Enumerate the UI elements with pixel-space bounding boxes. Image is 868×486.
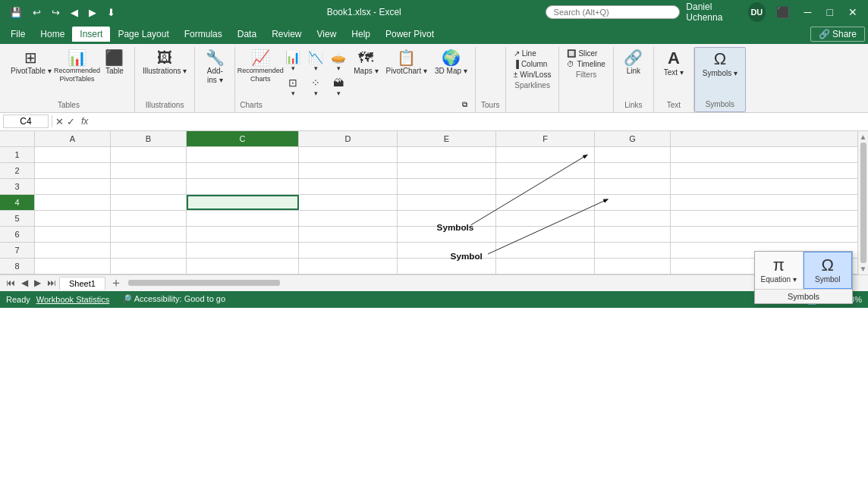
recommended-charts-button[interactable]: 📈 Recommended Charts	[240, 49, 281, 85]
cell-b2[interactable]	[111, 163, 187, 178]
cell-a5[interactable]	[35, 211, 111, 226]
cell-b5[interactable]	[111, 211, 187, 226]
cell-g1[interactable]	[595, 147, 671, 162]
formula-cancel-btn[interactable]: ✕	[55, 116, 64, 127]
text-button[interactable]: A Text ▾	[659, 49, 689, 79]
recommended-pivot-button[interactable]: 📊 Recommended PivotTables	[56, 49, 98, 85]
pivot-table-button[interactable]: ⊞ PivotTable ▾	[8, 49, 55, 77]
prev-qat-btn[interactable]: ◀	[67, 5, 82, 20]
share-button[interactable]: 🔗 Share	[810, 27, 865, 42]
scroll-thumb[interactable]	[860, 143, 866, 263]
col-header-f[interactable]: F	[496, 131, 595, 146]
cell-f3[interactable]	[496, 179, 595, 194]
cell-b8[interactable]	[111, 259, 187, 274]
cell-c5[interactable]	[187, 211, 299, 226]
sparkline-column-button[interactable]: ▐ Column	[511, 59, 555, 69]
redo-qat-btn[interactable]: ↪	[48, 5, 64, 20]
menu-formulas[interactable]: Formulas	[177, 27, 230, 42]
cell-f6[interactable]	[496, 227, 595, 242]
minimize-btn[interactable]: ─	[800, 5, 816, 20]
sheet-nav-first[interactable]: ⏮	[3, 277, 18, 288]
vertical-scrollbar[interactable]: ▲ ▼	[857, 131, 868, 274]
3d-map-button[interactable]: 🌍 3D Map ▾	[432, 49, 470, 77]
cell-d6[interactable]	[299, 227, 398, 242]
pivot-chart-button[interactable]: 📋 PivotChart ▾	[383, 49, 430, 77]
menu-insert[interactable]: Insert	[72, 27, 110, 42]
symbols-button[interactable]: Ω Symbols ▾	[700, 49, 741, 80]
cell-b3[interactable]	[111, 179, 187, 194]
maximize-btn[interactable]: □	[822, 5, 838, 20]
cell-d1[interactable]	[299, 147, 398, 162]
menu-help[interactable]: Help	[344, 27, 378, 42]
cell-e5[interactable]	[398, 211, 496, 226]
menu-review[interactable]: Review	[264, 27, 309, 42]
cell-b4[interactable]	[111, 195, 187, 210]
maps-button[interactable]: 🗺 Maps ▾	[351, 49, 381, 77]
h-scroll-thumb[interactable]	[128, 280, 280, 286]
cell-d2[interactable]	[299, 163, 398, 178]
row-num-8[interactable]: 8	[0, 259, 35, 274]
cell-e4[interactable]	[398, 195, 496, 210]
cell-g7[interactable]	[595, 243, 671, 258]
cell-f7[interactable]	[496, 243, 595, 258]
timeline-button[interactable]: ⏱ Timeline	[564, 59, 608, 69]
col-header-b[interactable]: B	[111, 131, 187, 146]
corner-cell[interactable]	[0, 131, 35, 146]
cell-e2[interactable]	[398, 163, 496, 178]
cell-d5[interactable]	[299, 211, 398, 226]
scatter-button[interactable]: ⁘ ▾	[305, 75, 326, 99]
cell-c8[interactable]	[187, 259, 299, 274]
row-num-7[interactable]: 7	[0, 243, 35, 258]
search-input[interactable]	[546, 5, 681, 19]
sheet-nav-prev[interactable]: ◀	[18, 277, 31, 288]
cell-f1[interactable]	[496, 147, 595, 162]
cell-e6[interactable]	[398, 227, 496, 242]
col-header-d[interactable]: D	[299, 131, 398, 146]
sheet-tab-sheet1[interactable]: Sheet1	[59, 277, 105, 290]
cell-e8[interactable]	[398, 259, 496, 274]
cell-a7[interactable]	[35, 243, 111, 258]
add-ins-button[interactable]: 🔧 Add-ins ▾	[200, 49, 230, 86]
cell-g8[interactable]	[595, 259, 671, 274]
col-header-g[interactable]: G	[595, 131, 671, 146]
close-btn[interactable]: ✕	[844, 5, 862, 20]
col-header-c[interactable]: C	[187, 131, 299, 146]
menu-view[interactable]: View	[310, 27, 344, 42]
menu-power-pivot[interactable]: Power Pivot	[378, 27, 442, 42]
sparkline-line-button[interactable]: ↗ Line	[511, 49, 555, 58]
undo-qat-btn[interactable]: ↩	[29, 5, 45, 20]
formula-confirm-btn[interactable]: ✓	[67, 116, 75, 127]
row-num-6[interactable]: 6	[0, 227, 35, 242]
equation-popup-button[interactable]: π Equation ▾	[755, 252, 804, 289]
cell-a2[interactable]	[35, 163, 111, 178]
cell-e7[interactable]	[398, 243, 496, 258]
cell-e1[interactable]	[398, 147, 496, 162]
cell-f2[interactable]	[496, 163, 595, 178]
sheet-nav-next[interactable]: ▶	[31, 277, 44, 288]
row-num-4[interactable]: 4	[0, 195, 35, 210]
cell-f5[interactable]	[496, 211, 595, 226]
user-avatar[interactable]: DU	[748, 2, 765, 22]
cell-f4[interactable]	[496, 195, 595, 210]
cell-b7[interactable]	[111, 243, 187, 258]
cell-d4[interactable]	[299, 195, 398, 210]
sheet-nav-last[interactable]: ⏭	[44, 277, 59, 288]
cell-a3[interactable]	[35, 179, 111, 194]
ribbon-toggle-btn[interactable]: ⬛	[772, 5, 794, 20]
cell-g5[interactable]	[595, 211, 671, 226]
menu-home[interactable]: Home	[33, 27, 72, 42]
cell-b1[interactable]	[111, 147, 187, 162]
scroll-down-btn[interactable]: ▼	[860, 265, 867, 273]
col-header-e[interactable]: E	[398, 131, 496, 146]
scroll-up-btn[interactable]: ▲	[860, 133, 867, 141]
cell-a8[interactable]	[35, 259, 111, 274]
add-sheet-button[interactable]: ＋	[107, 275, 125, 291]
cell-c6[interactable]	[187, 227, 299, 242]
cell-d8[interactable]	[299, 259, 398, 274]
cell-a1[interactable]	[35, 147, 111, 162]
cell-c2[interactable]	[187, 163, 299, 178]
illustrations-button[interactable]: 🖼 Illustrations ▾	[140, 49, 190, 77]
charts-expand-icon[interactable]: ⧉	[462, 100, 470, 109]
workbook-stats[interactable]: Workbook Statistics	[36, 295, 109, 304]
menu-page-layout[interactable]: Page Layout	[110, 27, 176, 42]
